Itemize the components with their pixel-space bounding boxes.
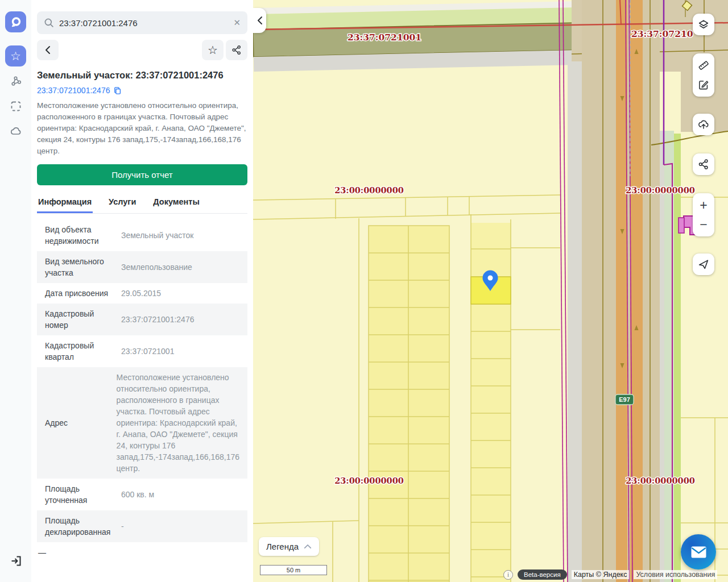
app-logo-icon <box>9 15 23 29</box>
row-label: Кадастровый квартал <box>37 335 120 367</box>
plus-icon: + <box>700 199 707 212</box>
left-icon-rail: ☆ <box>0 0 31 582</box>
row-value: 23:37:0721001:2476 <box>120 309 247 330</box>
edit-icon <box>697 78 710 91</box>
quarter-label-main: 23:37:0721001 <box>348 32 421 43</box>
row-value: - <box>120 516 247 537</box>
minus-icon: − <box>700 218 707 231</box>
get-report-button[interactable]: Получить отчет <box>37 164 247 185</box>
locate-button[interactable] <box>693 253 714 275</box>
cloud-upload-icon <box>697 118 710 131</box>
table-row: Площадь декларированная - <box>37 510 247 542</box>
back-button[interactable] <box>37 40 59 60</box>
zone-label: 23:00:0000000 <box>626 476 695 485</box>
sidebar-item-cloud[interactable] <box>5 120 26 142</box>
copy-icon[interactable] <box>113 86 122 95</box>
search-clear-button[interactable]: ✕ <box>233 18 241 28</box>
polygon-icon <box>9 74 23 88</box>
share-icon <box>231 44 242 56</box>
details-table: Вид объекта недвижимости Земельный участ… <box>37 219 247 542</box>
object-description: Местоположение установлено относительно … <box>37 100 247 157</box>
dashed-square-icon <box>9 99 23 113</box>
zone-label: 23:00:0000000 <box>626 185 695 195</box>
row-label: Вид объекта недвижимости <box>37 219 120 251</box>
sidebar-item-polygon[interactable] <box>5 70 26 92</box>
zoom-out-button[interactable]: − <box>693 215 714 234</box>
sign-in-button[interactable] <box>5 550 26 571</box>
share-icon <box>697 158 710 171</box>
map-attribution: i Beta-версия Карты © Яндекс Условия исп… <box>503 569 717 580</box>
favorite-button[interactable]: ☆ <box>202 40 224 60</box>
map-copyright[interactable]: Карты © Яндекс <box>572 570 630 579</box>
chat-button[interactable] <box>681 534 716 569</box>
row-label: Дата присвоения <box>37 283 120 304</box>
row-label: Кадастровый номер <box>37 304 120 335</box>
map-share-button[interactable] <box>693 153 714 175</box>
measure-draw-group <box>693 53 714 97</box>
ruler-button[interactable] <box>693 56 714 75</box>
chevron-up-icon <box>304 544 312 549</box>
table-row: Кадастровый номер 23:37:0721001:2476 <box>37 304 247 335</box>
table-row: Вид земельного участка Землепользование <box>37 251 247 283</box>
cloud-icon <box>9 124 23 138</box>
chevron-left-icon <box>45 45 51 55</box>
sidebar-item-favorites[interactable]: ☆ <box>5 45 26 66</box>
row-value: 29.05.2015 <box>120 283 247 304</box>
terms-link[interactable]: Условия использования <box>634 570 717 579</box>
share-button[interactable] <box>226 40 247 60</box>
tab-information[interactable]: Информация <box>37 194 93 213</box>
draw-button[interactable] <box>693 75 714 94</box>
tab-services[interactable]: Услуги <box>107 194 137 213</box>
map-canvas[interactable]: 23:37:0721001 23:37:07210 23:00:0000000 … <box>253 0 728 582</box>
navigation-arrow-icon <box>697 258 710 271</box>
map-scale: 50 m <box>260 565 327 575</box>
sign-in-icon <box>9 554 23 568</box>
row-label: Площадь уточненная <box>37 479 120 510</box>
row-label: Площадь декларированная <box>37 510 120 542</box>
quarter-label-right: 23:37:07210 <box>631 28 693 39</box>
cadastral-link-row: 23:37:0721001:2476 <box>37 86 247 95</box>
search-icon <box>44 18 54 28</box>
layers-button[interactable] <box>693 14 714 35</box>
panel-collapse-button[interactable] <box>253 8 266 33</box>
app-root: 23:37:0721001 23:37:07210 23:00:0000000 … <box>0 0 728 582</box>
row-label: Адрес <box>37 413 115 433</box>
star-icon: ☆ <box>10 50 21 62</box>
info-icon[interactable]: i <box>503 570 513 580</box>
search-input[interactable] <box>59 18 228 28</box>
zone-label: 23:00:0000000 <box>334 185 404 195</box>
search-bar: ✕ <box>37 11 247 34</box>
page-title: Земельный участок: 23:37:0721001:2476 <box>37 70 247 81</box>
row-label: Вид земельного участка <box>37 251 120 283</box>
app-logo[interactable] <box>5 11 26 32</box>
row-value: 600 кв. м <box>120 484 247 505</box>
star-icon: ☆ <box>208 44 218 56</box>
row-value: 23:37:0721001 <box>120 341 247 361</box>
road-badge: E97 <box>615 394 634 405</box>
beta-badge: Beta-версия <box>518 569 567 580</box>
row-value: Местоположение установлено относительно … <box>115 367 247 479</box>
object-toolbar: ☆ <box>37 40 247 60</box>
chevron-left-icon <box>257 16 263 25</box>
map-base-layer: 23:37:0721001 23:37:07210 23:00:0000000 … <box>253 0 728 582</box>
table-row: Дата присвоения 29.05.2015 <box>37 283 247 304</box>
sidebar-item-select-area[interactable] <box>5 95 26 117</box>
zoom-control: + − <box>693 193 714 236</box>
table-row: Площадь уточненная 600 кв. м <box>37 479 247 510</box>
parcel-block <box>369 226 449 582</box>
cadastral-number-link[interactable]: 23:37:0721001:2476 <box>37 86 110 95</box>
svg-text:E97: E97 <box>619 396 630 403</box>
ruler-icon <box>697 59 710 72</box>
object-info-panel: ✕ ☆ Земельный участо <box>31 0 253 582</box>
footer-dash: — <box>38 548 247 557</box>
upload-button[interactable] <box>693 114 714 135</box>
zoom-in-button[interactable]: + <box>693 196 714 215</box>
table-row: Вид объекта недвижимости Земельный участ… <box>37 219 247 251</box>
green-strip <box>253 1 596 72</box>
legend-label: Легенда <box>266 542 299 551</box>
tab-documents[interactable]: Документы <box>152 194 201 213</box>
legend-button[interactable]: Легенда <box>259 537 319 556</box>
tab-bar: Информация Услуги Документы <box>37 194 247 214</box>
layers-icon <box>697 18 710 31</box>
row-value: Землепользование <box>120 257 247 277</box>
